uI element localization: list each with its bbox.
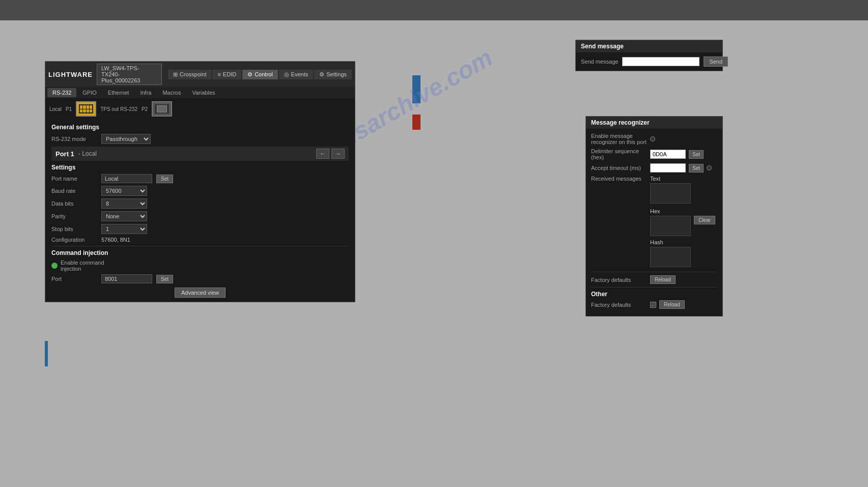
subtab-variables[interactable]: Variables	[187, 88, 220, 97]
port-selector-bar: Local P1 TPS out RS-232 P2	[45, 98, 355, 120]
stop-bits-row: Stop bits 1 2	[51, 224, 349, 234]
red-bar-decoration	[412, 114, 421, 130]
accept-timeout-radio[interactable]	[707, 165, 712, 170]
tab-edid[interactable]: ≡ EDID	[212, 70, 241, 79]
factory-defaults-reload-btn[interactable]: Reload	[650, 275, 676, 284]
send-button[interactable]: Send	[704, 56, 728, 67]
message-recognizer-title: Message recognizer	[586, 117, 722, 129]
send-message-content: Send message Send	[576, 52, 722, 71]
nav-tabs: ⊞ Crosspoint ≡ EDID ⚙ Control ◎ Events ⚙…	[168, 70, 352, 79]
tps-out-label: TPS out RS-232	[100, 106, 137, 112]
tab-crosspoint[interactable]: ⊞ Crosspoint	[168, 70, 212, 79]
title-bar: LIGHTWARE LW_SW4-TPS-TX240-Plus_00002263…	[45, 62, 355, 87]
other-reload-checkbox[interactable]: ☑	[650, 302, 656, 308]
hash-textarea[interactable]	[650, 247, 691, 267]
send-message-input[interactable]	[622, 57, 699, 66]
general-settings-title: General settings	[51, 124, 349, 131]
other-reload-btn[interactable]: Reload	[659, 300, 685, 309]
port1-icon[interactable]	[76, 101, 96, 117]
port2-icon-inner	[155, 104, 169, 113]
send-message-title: Send message	[576, 40, 722, 52]
delimiter-row: Delimiter sequence (hex) Set	[591, 148, 717, 160]
rs232-mode-select[interactable]: Passthrough Bidirectional Unidirectional	[101, 134, 151, 144]
pin2	[83, 105, 86, 109]
subtab-ethernet[interactable]: Ethernet	[103, 88, 134, 97]
other-factory-defaults-row: Factory defaults ☑ Reload	[591, 300, 717, 309]
accept-timeout-set-btn[interactable]: Set	[689, 164, 704, 173]
rs232-mode-label: RS-232 mode	[51, 136, 97, 142]
tab-control[interactable]: ⚙ Control	[242, 70, 277, 79]
port-header: Port 1 - Local ← →	[51, 147, 349, 161]
pin7	[87, 109, 89, 113]
configuration-row: Configuration 57600, 8N1	[51, 237, 349, 243]
hash-label: Hash	[650, 239, 691, 245]
other-factory-defaults-label: Factory defaults	[591, 302, 647, 308]
enable-msg-recognizer-label: Enable message recognizer on this port	[591, 133, 647, 145]
delimiter-set-btn[interactable]: Set	[689, 150, 704, 159]
accept-timeout-row: Accept timeout (ms) Set	[591, 163, 717, 173]
subtab-gpio[interactable]: GPIO	[77, 88, 102, 97]
port-nav-arrows: ← →	[316, 149, 345, 159]
mr-divider1	[591, 272, 717, 272]
cmd-port-input[interactable]	[101, 274, 152, 283]
sub-nav: RS-232 GPIO Ethernet Infra Macros Variab…	[45, 87, 355, 98]
rs232-mode-row: RS-232 mode Passthrough Bidirectional Un…	[51, 134, 349, 144]
stop-bits-label: Stop bits	[51, 226, 97, 232]
received-messages-row: Received messages Text	[591, 176, 717, 205]
parity-select[interactable]: None Even Odd	[101, 211, 147, 221]
check-circle-icon	[51, 263, 58, 269]
factory-defaults-row: Factory defaults Reload	[591, 275, 717, 284]
app-logo: LIGHTWARE	[48, 71, 93, 78]
enable-cmd-injection-row: Enable command injection	[51, 260, 349, 272]
text-label: Text	[650, 176, 691, 182]
monitor-shape	[157, 105, 167, 112]
pin8	[90, 109, 92, 113]
cmd-port-set-btn[interactable]: Set	[156, 275, 173, 283]
subtab-infra[interactable]: Infra	[135, 88, 156, 97]
message-recognizer-panel: Message recognizer Enable message recogn…	[585, 116, 723, 317]
p1-label: P1	[66, 106, 72, 112]
baud-rate-select[interactable]: 57600 9600 115200	[101, 186, 147, 196]
port-name-label: Port name	[51, 176, 97, 182]
tab-events[interactable]: ◎ Events	[279, 70, 314, 79]
cmd-port-label: Port	[51, 276, 97, 282]
divider1	[51, 246, 349, 246]
text-textarea[interactable]	[650, 183, 691, 204]
delimiter-input[interactable]	[650, 150, 686, 159]
pin6	[83, 109, 86, 113]
port-next-arrow[interactable]: →	[331, 149, 345, 159]
tab-settings[interactable]: ⚙ Settings	[314, 70, 352, 79]
enable-msg-recognizer-row: Enable message recognizer on this port	[591, 133, 717, 145]
enable-msg-recognizer-radio[interactable]	[650, 136, 655, 141]
configuration-value: 57600, 8N1	[101, 237, 130, 243]
stop-bits-select[interactable]: 1 2	[101, 224, 147, 234]
subtab-macros[interactable]: Macros	[157, 88, 186, 97]
data-bits-label: Data bits	[51, 200, 97, 207]
port-prev-arrow[interactable]: ←	[316, 149, 329, 159]
command-injection-title: Command injection	[51, 249, 349, 256]
port2-icon[interactable]	[152, 101, 172, 117]
subtab-rs232[interactable]: RS-232	[47, 88, 76, 97]
accept-timeout-label: Accept timeout (ms)	[591, 165, 647, 171]
parity-label: Parity	[51, 213, 97, 219]
baud-rate-row: Baud rate 57600 9600 115200	[51, 186, 349, 196]
accept-timeout-input[interactable]	[650, 163, 686, 173]
port-name-set-btn[interactable]: Set	[156, 175, 173, 183]
received-messages-content: Text	[650, 176, 691, 205]
device-id: LW_SW4-TPS-TX240-Plus_00002263	[97, 64, 162, 85]
blue-bar-small-decoration	[45, 341, 48, 366]
pin3	[87, 105, 89, 109]
hex-clear-button[interactable]: Clear	[694, 216, 715, 224]
other-section-title: Other	[591, 291, 717, 298]
local-label: Local	[49, 106, 62, 112]
edid-icon: ≡	[217, 71, 220, 77]
advanced-view-button[interactable]: Advanced view	[175, 288, 226, 298]
delimiter-label: Delimiter sequence (hex)	[591, 148, 647, 160]
data-bits-row: Data bits 8 7	[51, 198, 349, 209]
events-icon: ◎	[284, 71, 289, 78]
hex-textarea[interactable]	[650, 216, 691, 236]
data-bits-select[interactable]: 8 7	[101, 198, 147, 209]
hex-row: Hex Clear	[591, 208, 717, 236]
port-name-input[interactable]	[101, 174, 152, 183]
app-window: LIGHTWARE LW_SW4-TPS-TX240-Plus_00002263…	[45, 61, 355, 302]
